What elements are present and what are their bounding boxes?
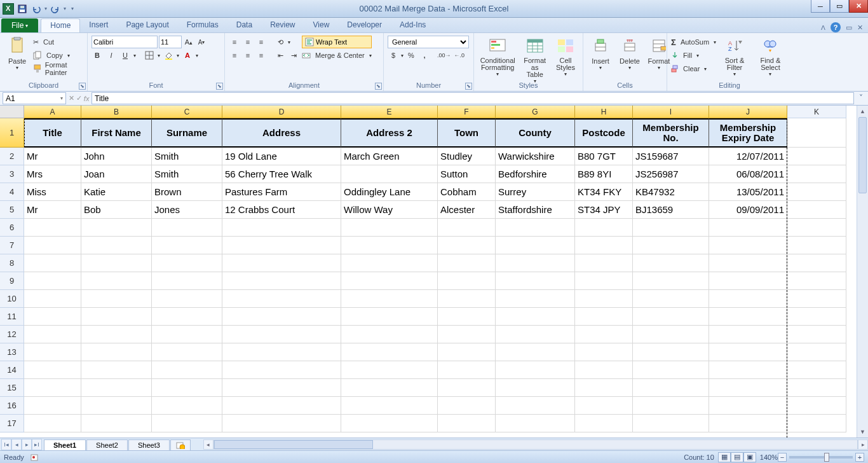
formula-bar[interactable]: Title: [92, 92, 854, 104]
decrease-font-icon[interactable]: A▾: [196, 36, 207, 48]
data-cell[interactable]: [81, 254, 152, 272]
data-cell[interactable]: [152, 326, 222, 343]
increase-decimal-icon[interactable]: .00→: [437, 50, 452, 61]
page-layout-view-icon[interactable]: ▤: [731, 452, 743, 462]
horizontal-scrollbar[interactable]: ◂ ▸: [203, 439, 868, 450]
data-cell[interactable]: [81, 379, 152, 397]
data-cell[interactable]: [222, 379, 341, 397]
row-header-9[interactable]: 9: [0, 272, 24, 290]
font-size-input[interactable]: [159, 36, 182, 48]
row-header-10[interactable]: 10: [0, 290, 24, 308]
data-cell[interactable]: [152, 308, 222, 326]
data-cell[interactable]: [575, 343, 633, 361]
data-cell[interactable]: 19 Old Lane: [222, 148, 341, 165]
data-cell[interactable]: [24, 326, 81, 343]
enter-formula-icon[interactable]: ✓: [76, 94, 82, 102]
font-name-input[interactable]: [92, 36, 158, 48]
italic-button[interactable]: I: [105, 50, 117, 61]
file-tab[interactable]: File: [1, 18, 38, 32]
data-cell[interactable]: [341, 343, 438, 361]
data-cell[interactable]: [709, 379, 787, 397]
data-cell[interactable]: [341, 415, 438, 432]
select-all-button[interactable]: [0, 106, 24, 118]
header-cell[interactable]: Address 2: [341, 118, 438, 148]
data-cell[interactable]: Miss: [24, 183, 81, 201]
data-cell[interactable]: [496, 397, 575, 415]
number-format-select[interactable]: General: [388, 36, 469, 48]
data-cell[interactable]: [24, 308, 81, 326]
data-cell[interactable]: [787, 379, 846, 397]
window-restore-icon[interactable]: ▭: [846, 24, 852, 32]
data-cell[interactable]: [787, 237, 846, 254]
data-cell[interactable]: B89 8YI: [575, 165, 633, 183]
data-cell[interactable]: Mrs: [24, 165, 81, 183]
data-cell[interactable]: [709, 326, 787, 343]
data-cell[interactable]: Alcester: [438, 201, 496, 219]
tab-add-ins[interactable]: Add-Ins: [391, 18, 435, 32]
header-cell[interactable]: Address: [222, 118, 341, 148]
data-cell[interactable]: [633, 415, 709, 432]
data-cell[interactable]: [575, 397, 633, 415]
data-cell[interactable]: 09/09/2011: [709, 201, 787, 219]
data-cell[interactable]: [341, 379, 438, 397]
data-cell[interactable]: [633, 343, 709, 361]
row-header-6[interactable]: 6: [0, 219, 24, 237]
data-cell[interactable]: Sutton: [438, 165, 496, 183]
macro-record-icon[interactable]: [31, 453, 39, 461]
data-cell[interactable]: [438, 219, 496, 237]
data-cell[interactable]: Oddingley Lane: [341, 183, 438, 201]
zoom-thumb[interactable]: [824, 453, 829, 462]
data-cell[interactable]: [222, 361, 341, 379]
data-cell[interactable]: [633, 290, 709, 308]
row-header-12[interactable]: 12: [0, 326, 24, 343]
sheet-nav-next-icon[interactable]: ▸: [22, 439, 32, 450]
borders-button[interactable]: [144, 50, 155, 61]
data-cell[interactable]: Bob: [81, 201, 152, 219]
data-cell[interactable]: [633, 379, 709, 397]
undo-icon[interactable]: [31, 3, 42, 15]
data-cell[interactable]: [81, 343, 152, 361]
data-cell[interactable]: [438, 361, 496, 379]
data-cell[interactable]: [575, 415, 633, 432]
increase-indent-icon[interactable]: ⇥: [288, 50, 299, 61]
data-cell[interactable]: [24, 343, 81, 361]
data-cell[interactable]: [152, 415, 222, 432]
merge-center-button[interactable]: Merge & Center ▾: [302, 49, 372, 62]
column-header-E[interactable]: E: [341, 106, 438, 118]
data-cell[interactable]: [787, 254, 846, 272]
data-cell[interactable]: [81, 272, 152, 290]
sheet-nav-last-icon[interactable]: ▸I: [32, 439, 42, 450]
data-cell[interactable]: Smith: [152, 148, 222, 165]
tab-insert[interactable]: Insert: [80, 18, 117, 32]
data-cell[interactable]: [24, 361, 81, 379]
row-header-15[interactable]: 15: [0, 379, 24, 397]
data-cell[interactable]: [341, 272, 438, 290]
data-cell[interactable]: [496, 219, 575, 237]
header-cell[interactable]: County: [496, 118, 575, 148]
data-cell[interactable]: [575, 361, 633, 379]
qat-customize-icon[interactable]: ▾: [71, 6, 74, 11]
data-cell[interactable]: March Green: [341, 148, 438, 165]
data-cell[interactable]: [24, 219, 81, 237]
cut-button[interactable]: ✂ Cut: [33, 36, 83, 48]
data-cell[interactable]: [575, 290, 633, 308]
data-cell[interactable]: [496, 343, 575, 361]
data-cell[interactable]: [787, 326, 846, 343]
column-header-J[interactable]: J: [709, 106, 787, 118]
align-left-icon[interactable]: ≡: [229, 50, 240, 61]
window-close-ribbon-icon[interactable]: ✕: [857, 24, 863, 32]
column-header-F[interactable]: F: [438, 106, 496, 118]
column-header-C[interactable]: C: [152, 106, 222, 118]
underline-button[interactable]: U: [119, 50, 131, 61]
data-cell[interactable]: [633, 272, 709, 290]
data-cell[interactable]: [633, 254, 709, 272]
data-cell[interactable]: [787, 290, 846, 308]
data-cell[interactable]: Jones: [152, 201, 222, 219]
data-cell[interactable]: [633, 237, 709, 254]
column-header-G[interactable]: G: [496, 106, 575, 118]
data-cell[interactable]: [438, 397, 496, 415]
data-cell[interactable]: [341, 290, 438, 308]
data-cell[interactable]: [222, 237, 341, 254]
data-cell[interactable]: Mr: [24, 201, 81, 219]
row-header-14[interactable]: 14: [0, 361, 24, 379]
